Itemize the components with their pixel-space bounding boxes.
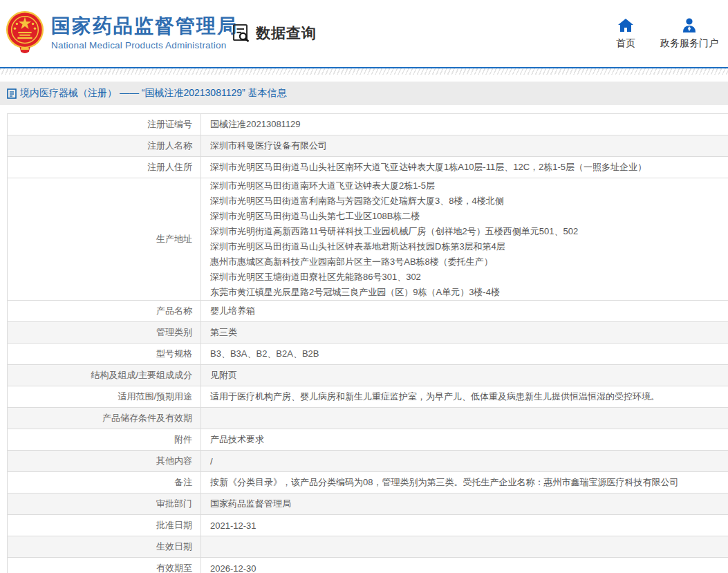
header-nav: 首页 政务服务门户 — [616, 18, 718, 50]
nav-item-home[interactable]: 首页 — [616, 18, 635, 50]
row-value: 产品技术要求 — [201, 429, 728, 450]
table-row-approval-department: 审批部门 国家药品监督管理局 — [8, 494, 728, 515]
national-emblem-logo — [5, 9, 45, 55]
nav-portal-label: 政务服务门户 — [660, 37, 718, 50]
table-row-model-spec: 型号规格 B3、B3A、B2、B2A、B2B — [8, 344, 728, 365]
breadcrumb[interactable]: 境内医疗器械（注册） —— “国械注准20213081129” 基本信息 — [7, 87, 287, 100]
row-label: 附件 — [8, 429, 201, 450]
site-header: 国家药品监督管理局 National Medical Products Admi… — [0, 0, 728, 67]
row-label: 产品名称 — [8, 301, 201, 321]
row-value — [201, 408, 728, 429]
row-label: 备注 — [8, 472, 201, 493]
row-label: 批准日期 — [8, 515, 201, 536]
org-name-en: National Medical Products Administration — [51, 40, 238, 50]
registration-info-table: 注册证编号 国械注准20213081129 注册人名称 深圳市科曼医疗设备有限公… — [7, 113, 728, 573]
breadcrumb-text: 境内医疗器械（注册） —— “国械注准20213081129” 基本信息 — [20, 87, 287, 100]
nav-item-service-portal[interactable]: 政务服务门户 — [660, 18, 718, 50]
production-address-line: 东莞市黄江镇星光辰星路2号冠城三良产业园（区）9栋（A单元）3楼-4楼 — [210, 285, 728, 300]
row-value — [201, 536, 728, 557]
table-row-registrant-name: 注册人名称 深圳市科曼医疗设备有限公司 — [8, 135, 728, 157]
row-label: 其他内容 — [8, 451, 201, 471]
row-label: 注册人名称 — [8, 135, 201, 156]
row-value: 按新《分类目录》，该产品分类编码为08，管理类别为第三类。受托生产企业名称：惠州… — [201, 472, 728, 493]
row-value: 第三类 — [201, 322, 728, 343]
document-icon — [7, 88, 17, 99]
row-label: 审批部门 — [8, 494, 201, 514]
row-label: 注册人住所 — [8, 157, 201, 178]
table-row-registrant-address: 注册人住所 深圳市光明区马田街道马山头社区南环大道飞亚达钟表大厦1栋A10层-1… — [8, 157, 728, 178]
row-label: 有效期至 — [8, 558, 201, 573]
row-label: 管理类别 — [8, 322, 201, 343]
row-label: 产品储存条件及有效期 — [8, 408, 201, 429]
row-value: 2026-12-30 — [201, 558, 728, 573]
row-value: / — [201, 451, 728, 471]
row-value: 见附页 — [201, 365, 728, 386]
org-name-cn: 国家药品监督管理局 — [51, 15, 238, 38]
breadcrumb-band: 境内医疗器械（注册） —— “国械注准20213081129” 基本信息 — [0, 82, 728, 105]
row-value: 深圳市科曼医疗设备有限公司 — [201, 135, 728, 156]
table-row-composition: 结构及组成/主要组成成分 见附页 — [8, 365, 728, 386]
hatched-band — [0, 68, 728, 75]
row-label: 生产地址 — [8, 178, 201, 300]
row-value: B3、B3A、B2、B2A、B2B — [201, 344, 728, 364]
data-query-title: 数据查询 — [256, 24, 317, 43]
org-title-block: 国家药品监督管理局 National Medical Products Admi… — [51, 15, 238, 50]
row-value: 2021-12-31 — [201, 515, 728, 536]
production-address-line: 深圳市光明区玉塘街道田寮社区先能路86号301、302 — [210, 270, 728, 285]
data-query-section[interactable]: 数据查询 — [231, 23, 317, 44]
table-row-approval-date: 批准日期 2021-12-31 — [8, 515, 728, 536]
row-label: 注册证编号 — [8, 114, 201, 135]
production-address-line: 深圳市光明区马田街道南环大道飞亚达钟表大厦2栋1-5层 — [210, 178, 728, 194]
row-label: 结构及组成/主要组成成分 — [8, 365, 201, 386]
table-row-other-content: 其他内容 / — [8, 451, 728, 472]
row-label: 型号规格 — [8, 344, 201, 364]
production-address-line: 深圳市光明区马田街道马山头第七工业区108B栋二楼 — [210, 209, 728, 224]
row-label: 生效日期 — [8, 536, 201, 557]
table-row-production-addresses: 生产地址 深圳市光明区马田街道南环大道飞亚达钟表大厦2栋1-5层 深圳市光明区马… — [8, 178, 728, 301]
production-address-line: 深圳市光明街道高新西路11号研祥科技工业园机械厂房（创祥地2号）五楼西侧单元50… — [210, 224, 728, 239]
home-icon — [617, 18, 634, 32]
production-address-line: 深圳市光明区马田街道富利南路与芳园路交汇处瑞辉大厦3、8楼，4楼北侧 — [210, 194, 728, 209]
document-search-icon — [231, 23, 252, 44]
table-row-expiry-date: 有效期至 2026-12-30 — [8, 558, 728, 573]
row-value: 适用于医疗机构产房、婴儿病房和新生儿重症监护室，为早产儿、低体重及病患新生儿提供… — [201, 386, 728, 407]
row-label: 适用范围/预期用途 — [8, 386, 201, 407]
production-address-line: 深圳市光明区马田街道马山头社区钟表基地君斯达科技园D栋第3层和第4层 — [210, 239, 728, 254]
nmpa-device-registration-page: 国家药品监督管理局 National Medical Products Admi… — [0, 0, 728, 573]
production-address-line: 惠州市惠城区高新科技产业园南部片区主一路3号AB栋8楼（委托生产） — [210, 254, 728, 270]
row-value: 深圳市光明区马田街道南环大道飞亚达钟表大厦2栋1-5层 深圳市光明区马田街道富利… — [201, 178, 728, 300]
row-value: 婴儿培养箱 — [201, 301, 728, 321]
spacer — [0, 105, 728, 113]
table-row-attachment: 附件 产品技术要求 — [8, 429, 728, 451]
nav-home-label: 首页 — [616, 37, 635, 50]
table-row-management-class: 管理类别 第三类 — [8, 322, 728, 344]
table-row-remarks: 备注 按新《分类目录》，该产品分类编码为08，管理类别为第三类。受托生产企业名称… — [8, 472, 728, 494]
table-row-intended-use: 适用范围/预期用途 适用于医疗机构产房、婴儿病房和新生儿重症监护室，为早产儿、低… — [8, 386, 728, 408]
table-row-registration-number: 注册证编号 国械注准20213081129 — [8, 114, 728, 135]
table-row-product-name: 产品名称 婴儿培养箱 — [8, 301, 728, 322]
person-icon — [681, 18, 698, 32]
row-value: 国械注准20213081129 — [201, 114, 728, 135]
row-value: 国家药品监督管理局 — [201, 494, 728, 514]
row-value: 深圳市光明区马田街道马山头社区南环大道飞亚达钟表大厦1栋A10层-11层、12C… — [201, 157, 728, 178]
table-row-effective-date: 生效日期 — [8, 536, 728, 558]
table-row-storage-validity: 产品储存条件及有效期 — [8, 408, 728, 429]
spacer — [0, 75, 728, 82]
